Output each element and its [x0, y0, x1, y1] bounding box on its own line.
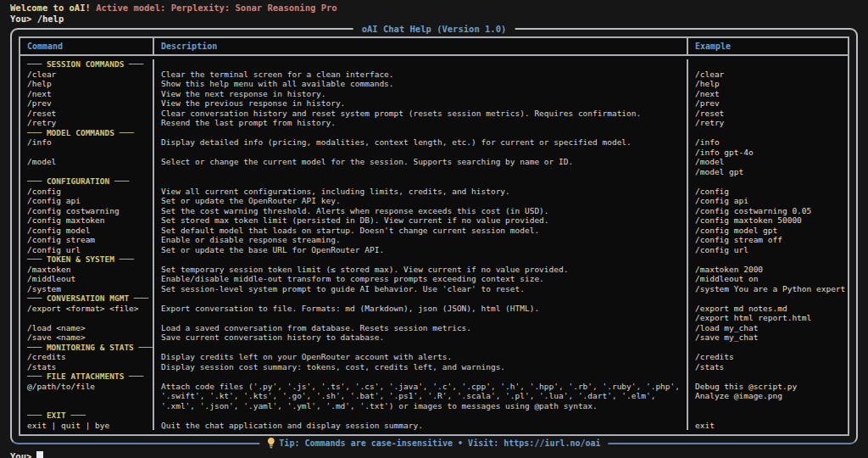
table-row: /config apiSet or update the OpenRouter … [20, 196, 848, 206]
cell-cmd: /maxtoken [20, 265, 154, 275]
cell-ex: /config [688, 187, 848, 197]
cell-desc: Clear conversation history and reset sys… [154, 109, 688, 119]
cell-desc [154, 293, 688, 304]
cell-desc: Set session-level system prompt to guide… [154, 284, 688, 294]
cell-desc: Display credits left on your OpenRouter … [154, 352, 688, 362]
table-row: /config streamEnable or disable response… [20, 235, 848, 245]
cell-ex: /credits [688, 352, 848, 362]
cell-ex: /stats [688, 362, 848, 372]
cell-ex: /config maxtoken 50000 [688, 215, 848, 226]
cell-desc: Set or update the OpenRouter API key. [154, 196, 688, 206]
cell-desc [154, 148, 688, 158]
table-row: /config maxtokenSet stored max token lim… [20, 215, 848, 226]
table-row: /middleoutEnable/disable middle-out tran… [20, 274, 848, 284]
cell-desc: '.swift', '.kt', '.kts', '.go', '.sh', '… [154, 391, 688, 401]
cell-cmd [20, 313, 154, 323]
cell-ex [688, 343, 848, 353]
cell-desc [154, 313, 688, 323]
cell-cmd: /config maxtoken [20, 215, 154, 226]
cell-ex: /config costwarning 0.05 [688, 206, 848, 216]
cell-cmd: /config costwarning [20, 206, 154, 216]
cell-ex: /middleout on [688, 274, 848, 284]
section-row: ─── EXIT ─── [20, 411, 848, 421]
cell-ex: /retry [688, 118, 848, 128]
cell-cmd: /middleout [20, 274, 154, 284]
column-header-description: Description [154, 38, 688, 54]
cell-ex: /model gpt [688, 167, 848, 177]
table-row: /creditsDisplay credits left on your Ope… [20, 352, 848, 362]
panel-title: oAI Chat Help (Version 1.0) [353, 23, 515, 35]
cell-desc [154, 254, 688, 265]
cell-ex: /export md notes.md [688, 304, 848, 314]
cell-cmd: @/path/to/file [20, 382, 154, 392]
cell-ex: /prev [688, 98, 848, 109]
footer-tip-text: Tip: Commands are case-insensitive • Vis… [279, 437, 600, 450]
cell-ex: Analyze @image.png [688, 391, 848, 401]
cell-cmd: /config url [20, 245, 154, 255]
cell-desc: Export conversation to file. Formats: md… [154, 304, 688, 314]
cell-ex [688, 176, 848, 187]
table-row: /retryResend the last prompt from histor… [20, 118, 848, 128]
section-row: ─── MODEL COMMANDS ─── [20, 128, 848, 138]
cell-ex: /config url [688, 245, 848, 255]
cell-cmd: /load <name> [20, 323, 154, 333]
table-row: /modelSelect or change the current model… [20, 157, 848, 167]
cell-cmd: ─── CONVERSATION MGMT ─── [20, 293, 154, 304]
cell-ex: /info [688, 137, 848, 148]
cell-cmd [20, 148, 154, 158]
cell-desc: '.xml', '.json', '.yaml', '.yml', '.md',… [154, 401, 688, 411]
table-row: /resetClear conversation history and res… [20, 109, 848, 119]
cell-desc [154, 167, 688, 177]
cell-ex [688, 411, 848, 421]
table-row: /infoDisplay detailed info (pricing, mod… [20, 137, 848, 148]
cell-cmd: exit | quit | bye [20, 421, 154, 431]
cell-cmd: ─── CONFIGURATION ─── [20, 176, 154, 187]
prompt-label-bottom: You> [10, 450, 31, 458]
cell-cmd: ─── SESSION COMMANDS ─── [20, 59, 154, 70]
cell-ex [688, 371, 848, 382]
input-prompt-line[interactable]: You> [10, 450, 858, 458]
table-row: /config costwarningSet the cost warning … [20, 206, 848, 216]
cell-desc [154, 59, 688, 70]
cell-cmd: /model [20, 157, 154, 167]
active-model-text: Active model: Perplexity: Sonar Reasonin… [96, 3, 337, 13]
cell-desc: View the next response in history. [154, 89, 688, 99]
table-row: /statsDisplay session cost summary: toke… [20, 362, 848, 372]
cell-desc: Set temporary session token limit (≤ sto… [154, 265, 688, 275]
section-row: ─── FILE ATTACHMENTS ─── [20, 371, 848, 382]
cell-desc: Resend the last prompt from history. [154, 118, 688, 128]
cell-ex: /save my_chat [688, 332, 848, 343]
section-row: ─── SESSION COMMANDS ─── [20, 59, 848, 70]
cell-cmd [20, 391, 154, 401]
cell-ex: /model [688, 157, 848, 167]
cell-ex [688, 128, 848, 138]
section-row: ─── CONFIGURATION ─── [20, 176, 848, 187]
cell-desc: Attach code files ('.py', '.js', '.ts', … [154, 382, 688, 392]
cell-desc [154, 371, 688, 382]
table-row: /save <name>Save current conversation hi… [20, 332, 848, 343]
cell-cmd: /config api [20, 196, 154, 206]
cell-ex: /system You are a Python expert [688, 284, 848, 294]
cell-cmd: /config stream [20, 235, 154, 245]
table-row: /prevView the previous response in histo… [20, 98, 848, 109]
cell-desc: Quit the chat application and display se… [154, 421, 688, 431]
table-row: /config urlSet or update the base URL fo… [20, 245, 848, 255]
cell-cmd: ─── EXIT ─── [20, 411, 154, 421]
cell-cmd: /credits [20, 352, 154, 362]
text-cursor[interactable] [36, 451, 43, 458]
cell-ex [688, 254, 848, 265]
cell-cmd [20, 401, 154, 411]
table-row: exit | quit | byeQuit the chat applicati… [20, 421, 848, 431]
cell-cmd: ─── MODEL COMMANDS ─── [20, 128, 154, 138]
cell-desc: Set default model that loads on startup.… [154, 226, 688, 236]
cell-cmd: /prev [20, 98, 154, 109]
section-row: ─── MONITORING & STATS ─── [20, 343, 848, 353]
table-row: '.xml', '.json', '.yaml', '.yml', '.md',… [20, 401, 848, 411]
cell-desc: Show this help menu with all available c… [154, 79, 688, 89]
cell-desc [154, 411, 688, 421]
cell-desc: Select or change the current model for t… [154, 157, 688, 167]
cell-ex: /next [688, 89, 848, 99]
table-row: /maxtokenSet temporary session token lim… [20, 265, 848, 275]
cell-desc [154, 343, 688, 353]
lightbulb-icon [267, 438, 275, 449]
